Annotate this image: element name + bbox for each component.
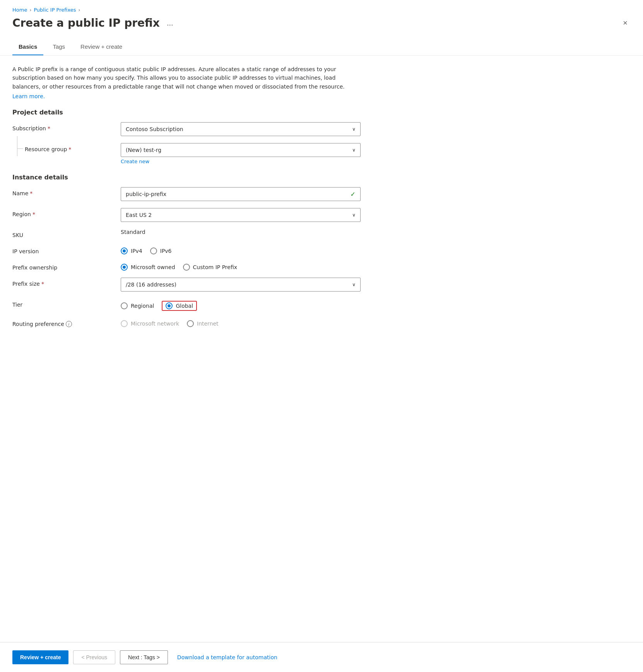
- page-title-left: Create a public IP prefix ...: [12, 17, 176, 29]
- subscription-control: Contoso Subscription ∨: [121, 122, 361, 136]
- global-radio-icon: [166, 302, 173, 309]
- custom-ip-prefix-option[interactable]: Custom IP Prefix: [183, 264, 237, 271]
- prefix-size-value: /28 (16 addresses): [126, 281, 176, 288]
- ip-version-row: IP version IPv4 IPv6: [12, 245, 361, 254]
- project-details-title: Project details: [12, 109, 631, 116]
- region-value: East US 2: [126, 212, 152, 218]
- name-label: Name *: [12, 187, 121, 196]
- subscription-row: Subscription * Contoso Subscription ∨: [12, 122, 361, 136]
- custom-ip-prefix-label: Custom IP Prefix: [193, 264, 237, 270]
- prefix-size-chevron-icon: ∨: [352, 282, 356, 287]
- ipv6-option[interactable]: IPv6: [150, 247, 172, 254]
- subscription-dropdown[interactable]: Contoso Subscription ∨: [121, 122, 361, 136]
- sku-value: Standard: [121, 226, 145, 235]
- create-new-link[interactable]: Create new: [121, 159, 149, 164]
- tier-control: Regional Global: [121, 298, 361, 311]
- global-label: Global: [176, 303, 193, 309]
- prefix-size-control: /28 (16 addresses) ∨: [121, 278, 361, 292]
- microsoft-network-radio-icon: [121, 320, 128, 327]
- ipv6-radio-icon: [150, 247, 157, 254]
- page-container: Home › Public IP Prefixes › Create a pub…: [0, 0, 643, 672]
- footer-area: Review + create < Previous Next : Tags >…: [0, 642, 643, 672]
- global-option[interactable]: Global: [162, 301, 197, 311]
- breadcrumb-sep-1: ›: [29, 7, 31, 13]
- prefix-size-required: *: [41, 281, 44, 287]
- region-dropdown[interactable]: East US 2 ∨: [121, 208, 361, 222]
- routing-preference-label: Routing preference i: [12, 318, 121, 327]
- download-template-link[interactable]: Download a template for automation: [177, 654, 277, 660]
- tier-radio-group: Regional Global: [121, 298, 361, 311]
- prefix-ownership-control: Microsoft owned Custom IP Prefix: [121, 261, 361, 271]
- rg-required: *: [68, 146, 71, 152]
- page-title-row: Create a public IP prefix ... ×: [12, 17, 631, 29]
- previous-button[interactable]: < Previous: [73, 650, 115, 664]
- prefix-ownership-label: Prefix ownership: [12, 261, 121, 271]
- review-create-button[interactable]: Review + create: [12, 650, 68, 664]
- rg-label: Resource group *: [12, 143, 71, 152]
- close-button[interactable]: ×: [620, 17, 631, 29]
- learn-more-link[interactable]: Learn more.: [12, 93, 45, 99]
- regional-radio-icon: [121, 302, 128, 309]
- ipv4-label: IPv4: [131, 248, 142, 254]
- tab-review-create[interactable]: Review + create: [74, 40, 128, 55]
- internet-radio-icon: [187, 320, 194, 327]
- region-control: East US 2 ∨: [121, 208, 361, 222]
- subscription-chevron-icon: ∨: [352, 126, 356, 132]
- microsoft-owned-label: Microsoft owned: [131, 264, 175, 270]
- header-area: Home › Public IP Prefixes › Create a pub…: [0, 0, 643, 32]
- regional-option[interactable]: Regional: [121, 302, 154, 309]
- description-text: A Public IP prefix is a range of contigu…: [12, 65, 361, 91]
- routing-preference-control: Microsoft network Internet: [121, 318, 361, 327]
- subscription-label: Subscription *: [12, 122, 121, 131]
- tabs: Basics Tags Review + create: [12, 40, 631, 55]
- region-label: Region *: [12, 208, 121, 217]
- name-required: *: [30, 190, 32, 196]
- tab-tags[interactable]: Tags: [46, 40, 71, 55]
- ellipsis-button[interactable]: ...: [164, 18, 176, 28]
- name-check-icon: ✓: [351, 191, 356, 198]
- internet-option[interactable]: Internet: [187, 320, 219, 327]
- breadcrumb-home[interactable]: Home: [12, 7, 27, 13]
- regional-label: Regional: [131, 303, 154, 309]
- tier-label: Tier: [12, 298, 121, 308]
- custom-ip-prefix-radio-icon: [183, 264, 190, 271]
- routing-preference-row: Routing preference i Microsoft network I…: [12, 318, 361, 327]
- prefix-size-row: Prefix size * /28 (16 addresses) ∨: [12, 278, 361, 292]
- resource-group-dropdown[interactable]: (New) test-rg ∨: [121, 143, 361, 157]
- ipv4-radio-icon: [121, 247, 128, 254]
- breadcrumb-public-ip-prefixes[interactable]: Public IP Prefixes: [34, 7, 76, 13]
- routing-preference-info-icon[interactable]: i: [66, 321, 72, 327]
- subscription-required: *: [48, 125, 50, 131]
- sku-label: SKU: [12, 229, 121, 238]
- routing-preference-radio-group: Microsoft network Internet: [121, 318, 361, 327]
- internet-label: Internet: [197, 321, 219, 327]
- region-chevron-icon: ∨: [352, 212, 356, 218]
- ipv6-label: IPv6: [160, 248, 172, 254]
- tab-basics[interactable]: Basics: [12, 40, 43, 55]
- rg-chevron-icon: ∨: [352, 147, 356, 153]
- microsoft-owned-radio-icon: [121, 264, 128, 271]
- rg-value: (New) test-rg: [126, 147, 161, 153]
- prefix-size-label: Prefix size *: [12, 278, 121, 287]
- prefix-size-dropdown[interactable]: /28 (16 addresses) ∨: [121, 278, 361, 292]
- microsoft-network-option[interactable]: Microsoft network: [121, 320, 179, 327]
- ip-version-label: IP version: [12, 245, 121, 254]
- ipv4-option[interactable]: IPv4: [121, 247, 142, 254]
- tier-row: Tier Regional Global: [12, 298, 361, 311]
- region-row: Region * East US 2 ∨: [12, 208, 361, 222]
- name-row: Name * public-ip-prefix ✓: [12, 187, 361, 201]
- region-required: *: [32, 211, 35, 217]
- ip-version-radio-group: IPv4 IPv6: [121, 245, 361, 254]
- name-input[interactable]: public-ip-prefix ✓: [121, 187, 361, 201]
- sku-control: Standard: [121, 229, 361, 235]
- breadcrumb: Home › Public IP Prefixes ›: [12, 7, 631, 13]
- microsoft-owned-option[interactable]: Microsoft owned: [121, 264, 175, 271]
- rg-label-area: Resource group *: [12, 143, 121, 152]
- instance-details-title: Instance details: [12, 174, 631, 181]
- rg-control: (New) test-rg ∨ Create new: [121, 143, 361, 164]
- prefix-ownership-radio-group: Microsoft owned Custom IP Prefix: [121, 261, 361, 271]
- prefix-ownership-row: Prefix ownership Microsoft owned Custom …: [12, 261, 361, 271]
- ip-version-control: IPv4 IPv6: [121, 245, 361, 254]
- next-button[interactable]: Next : Tags >: [120, 650, 168, 664]
- resource-group-row: Resource group * (New) test-rg ∨ Create …: [12, 143, 361, 164]
